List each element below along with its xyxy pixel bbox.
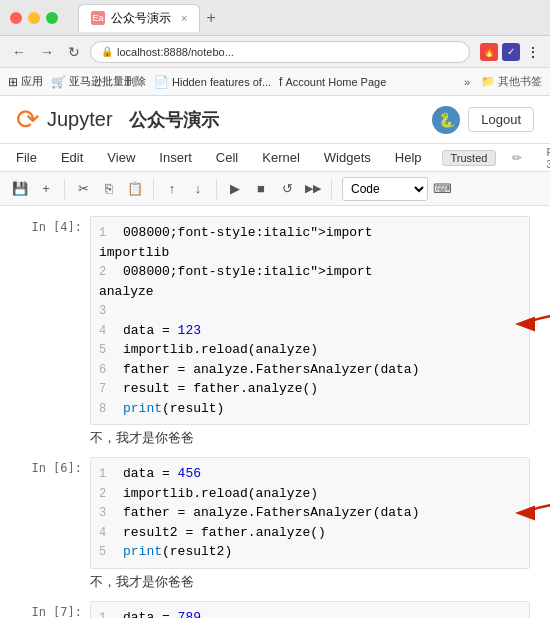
ext-icon-2[interactable]: ✓ <box>502 43 520 61</box>
close-button[interactable] <box>10 12 22 24</box>
code-line: 7result = father.analyze() <box>99 379 521 399</box>
cut-button[interactable]: ✂ <box>71 177 95 201</box>
traffic-lights <box>10 12 58 24</box>
address-bar: ← → ↻ 🔒 localhost:8888/notebo... 🔥 ✓ ⋮ <box>0 36 550 68</box>
cell-label: In [4]: <box>20 216 90 234</box>
menu-file[interactable]: File <box>12 148 41 167</box>
edit-pencil-icon[interactable]: ✏ <box>512 151 522 165</box>
menu-view[interactable]: View <box>103 148 139 167</box>
menu-edit[interactable]: Edit <box>57 148 87 167</box>
code-line: 6father = analyze.FathersAnalyzer(data) <box>99 360 521 380</box>
line-number: 7 <box>99 380 115 398</box>
move-down-button[interactable]: ↓ <box>186 177 210 201</box>
line-number: 1 <box>99 465 115 483</box>
jupyter-title: Jupyter <box>47 108 113 131</box>
line-number: 3 <box>99 302 115 320</box>
code-line: 3father = analyze.FathersAnalyzer(data) <box>99 503 521 523</box>
code-line: 8print(result) <box>99 399 521 419</box>
cell-output: 不，我才是你爸爸 <box>90 569 530 593</box>
code-line: 2importlib.reload(analyze) <box>99 484 521 504</box>
toolbar-separator-4 <box>331 179 332 199</box>
toolbar-separator-3 <box>216 179 217 199</box>
new-tab-button[interactable]: + <box>206 9 215 27</box>
trusted-badge[interactable]: Trusted <box>442 150 497 166</box>
bookmark-apps[interactable]: ⊞ 应用 <box>8 74 43 89</box>
code-area[interactable]: 1data = 789 2importlib.reload(analyze) 3… <box>90 601 530 619</box>
code-line: 5importlib.reload(analyze) <box>99 340 521 360</box>
jupyter-logo: ⟳ Jupyter <box>16 103 113 136</box>
code-line: 5print(result2) <box>99 542 521 562</box>
line-number: 2 <box>99 263 115 281</box>
bookmark-account[interactable]: f Account Home Page <box>279 75 386 89</box>
bookmark-amazon[interactable]: 🛒 亚马逊批量删除 <box>51 74 146 89</box>
code-area[interactable]: 1data = 456 2importlib.reload(analyze) 3… <box>90 457 530 569</box>
jupyter-header: ⟳ Jupyter 公众号演示 🐍 Logout <box>0 96 550 144</box>
toolbar-separator-2 <box>153 179 154 199</box>
move-up-button[interactable]: ↑ <box>160 177 184 201</box>
facebook-icon: f <box>279 75 282 89</box>
minimize-button[interactable] <box>28 12 40 24</box>
forward-button[interactable]: → <box>36 42 58 62</box>
toolbar: 💾 + ✂ ⎘ 📋 ↑ ↓ ▶ ■ ↺ ▶▶ Code Markdown Raw… <box>0 172 550 206</box>
menu-insert[interactable]: Insert <box>155 148 196 167</box>
bookmark-amazon-label: 亚马逊批量删除 <box>69 74 146 89</box>
bookmark-hidden[interactable]: 📄 Hidden features of... <box>154 75 271 89</box>
tab-bar: Ea 公众号演示 × + <box>78 4 540 32</box>
bookmark-more[interactable]: » 📁 其他书签 <box>464 74 542 89</box>
lock-icon: 🔒 <box>101 46 113 57</box>
line-number: 5 <box>99 543 115 561</box>
keyboard-shortcuts-button[interactable]: ⌨ <box>430 177 454 201</box>
line-number: 3 <box>99 504 115 522</box>
menu-help[interactable]: Help <box>391 148 426 167</box>
line-number: 1 <box>99 224 115 242</box>
code-area[interactable]: 1008000;font-style:italic">import import… <box>90 216 530 425</box>
cell-label: In [6]: <box>20 457 90 475</box>
add-cell-button[interactable]: + <box>34 177 58 201</box>
ext-icon-1[interactable]: 🔥 <box>480 43 498 61</box>
paste-button[interactable]: 📋 <box>123 177 147 201</box>
menu-bar: File Edit View Insert Cell Kernel Widget… <box>0 144 550 172</box>
menu-widgets[interactable]: Widgets <box>320 148 375 167</box>
tab-close-button[interactable]: × <box>181 12 187 24</box>
cell-content[interactable]: 1data = 456 2importlib.reload(analyze) 3… <box>90 457 530 593</box>
code-line: 1data = 789 <box>99 608 521 619</box>
line-number: 2 <box>99 485 115 503</box>
address-box[interactable]: 🔒 localhost:8888/notebo... <box>90 41 470 63</box>
restart-run-button[interactable]: ▶▶ <box>301 177 325 201</box>
tab-favicon: Ea <box>91 11 105 25</box>
copy-button[interactable]: ⎘ <box>97 177 121 201</box>
line-number: 4 <box>99 322 115 340</box>
cell-content[interactable]: 1008000;font-style:italic">import import… <box>90 216 530 449</box>
ext-icon-3[interactable]: ⋮ <box>524 43 542 61</box>
cell-content[interactable]: 1data = 789 2importlib.reload(analyze) 3… <box>90 601 530 619</box>
restart-button[interactable]: ↺ <box>275 177 299 201</box>
menu-kernel[interactable]: Kernel <box>258 148 304 167</box>
notebook-title[interactable]: 公众号演示 <box>129 108 219 132</box>
cell-type-select[interactable]: Code Markdown Raw <box>342 177 428 201</box>
logout-button[interactable]: Logout <box>468 107 534 132</box>
maximize-button[interactable] <box>46 12 58 24</box>
apps-grid-icon: ⊞ <box>8 75 18 89</box>
url-text: localhost:8888/notebo... <box>117 46 234 58</box>
stop-button[interactable]: ■ <box>249 177 273 201</box>
menu-cell[interactable]: Cell <box>212 148 242 167</box>
save-button[interactable]: 💾 <box>8 177 32 201</box>
more-icon: » <box>464 76 470 88</box>
bookmark-account-label: Account Home Page <box>285 76 386 88</box>
python-icon: 🐍 <box>432 106 460 134</box>
line-number: 1 <box>99 609 115 619</box>
notebook-area: In [4]:1008000;font-style:italic">import… <box>0 206 550 618</box>
bookmark-folder-icon: 📁 <box>481 75 495 88</box>
refresh-button[interactable]: ↻ <box>64 42 84 62</box>
back-button[interactable]: ← <box>8 42 30 62</box>
bookmark-hidden-label: Hidden features of... <box>172 76 271 88</box>
line-number: 8 <box>99 400 115 418</box>
kernel-info: Python 3 ○ <box>546 146 550 170</box>
jupyter-logo-icon: ⟳ <box>16 103 39 136</box>
bookmark-icon-2: 📄 <box>154 75 169 89</box>
amazon-icon: 🛒 <box>51 75 66 89</box>
bookmarks-bar: ⊞ 应用 🛒 亚马逊批量删除 📄 Hidden features of... f… <box>0 68 550 96</box>
run-button[interactable]: ▶ <box>223 177 247 201</box>
cell-output: 不，我才是你爸爸 <box>90 425 530 449</box>
active-tab[interactable]: Ea 公众号演示 × <box>78 4 200 32</box>
